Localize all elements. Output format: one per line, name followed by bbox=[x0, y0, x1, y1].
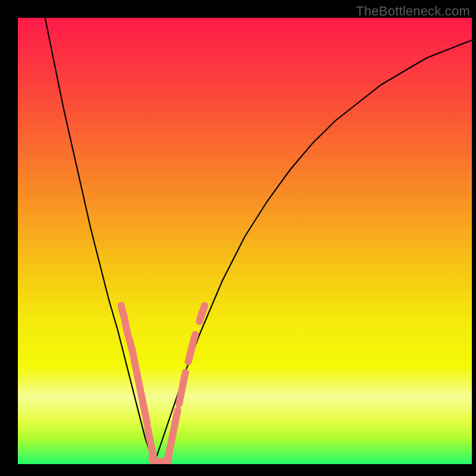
chart-container: TheBottleneck.com bbox=[0, 0, 476, 476]
svg-rect-0 bbox=[18, 18, 472, 464]
plot-area bbox=[18, 18, 472, 464]
watermark-text: TheBottleneck.com bbox=[356, 4, 470, 19]
background-gradient bbox=[18, 18, 472, 464]
